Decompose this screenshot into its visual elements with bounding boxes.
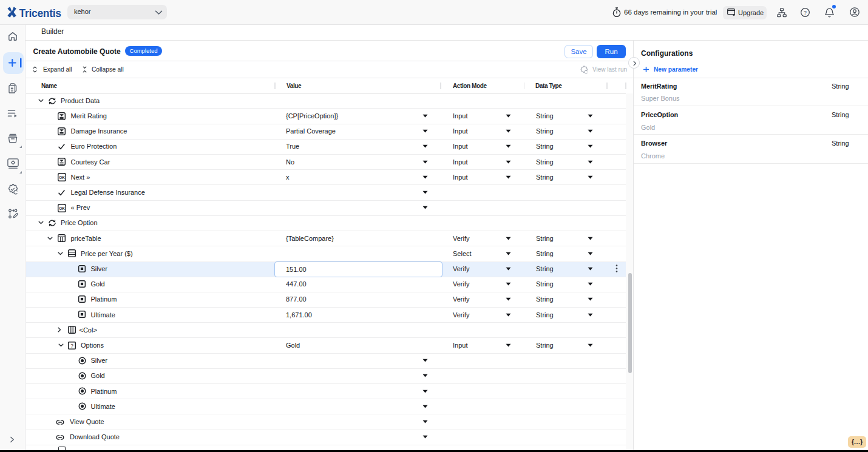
svg-text:OK: OK [59,206,65,210]
svg-text:?: ? [804,10,807,16]
svg-text:Tricentis: Tricentis [19,7,62,19]
svg-text:?: ? [70,343,73,348]
svg-text:OK: OK [59,175,65,180]
